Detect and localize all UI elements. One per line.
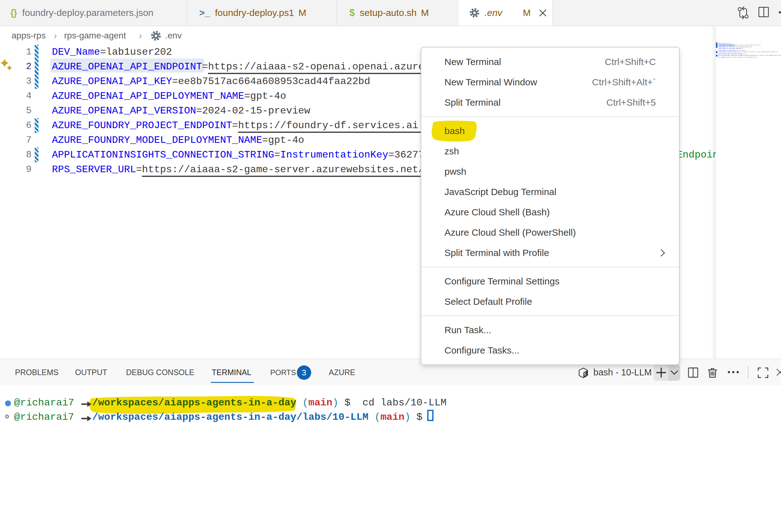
- svg-text:$_: $_: [584, 372, 588, 376]
